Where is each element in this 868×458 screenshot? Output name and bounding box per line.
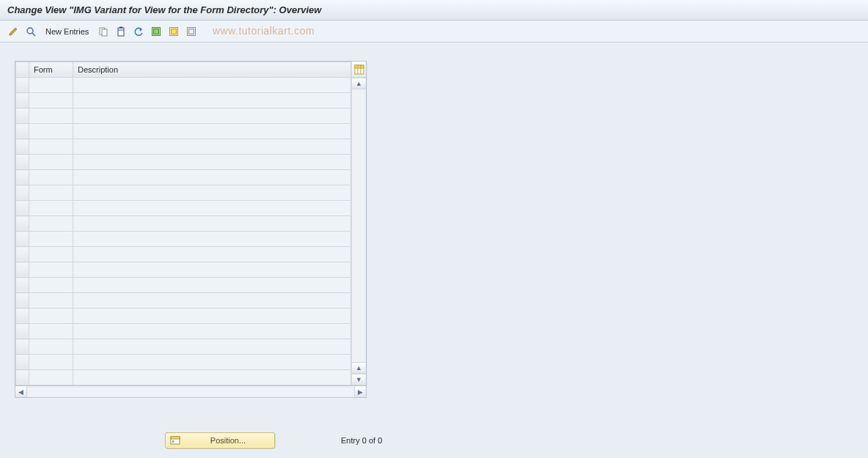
cell-description[interactable]	[73, 93, 351, 108]
table-settings-icon[interactable]	[352, 62, 366, 78]
cell-description[interactable]	[73, 324, 351, 339]
cell-description[interactable]	[73, 293, 351, 309]
svg-rect-14	[355, 65, 364, 68]
cell-form[interactable]	[29, 139, 73, 155]
svg-rect-19	[172, 440, 174, 443]
row-selector[interactable]	[16, 293, 29, 309]
cell-form[interactable]	[29, 216, 73, 232]
cell-description[interactable]	[73, 216, 351, 232]
table-row	[16, 216, 351, 232]
svg-line-1	[32, 33, 35, 36]
row-selector[interactable]	[16, 78, 29, 93]
cell-description[interactable]	[73, 232, 351, 247]
scroll-left-icon[interactable]: ◀	[15, 386, 27, 397]
row-selector[interactable]	[16, 278, 29, 293]
cell-description[interactable]	[73, 78, 351, 93]
cell-description[interactable]	[73, 139, 351, 155]
cell-form[interactable]	[29, 370, 73, 385]
delete-icon[interactable]	[114, 24, 128, 39]
svg-point-0	[27, 28, 33, 34]
svg-rect-10	[172, 29, 177, 34]
watermark: www.tutorialkart.com	[213, 25, 315, 37]
horizontal-scrollbar[interactable]: ◀ ▶	[15, 386, 367, 398]
table-row	[16, 309, 351, 324]
scroll-down2-icon[interactable]: ▼	[352, 374, 366, 385]
table-row	[16, 155, 351, 170]
row-selector[interactable]	[16, 262, 29, 278]
vertical-scrollbar[interactable]: ▲ ▲ ▼	[352, 78, 366, 385]
deselect-all-icon[interactable]	[184, 24, 199, 39]
cell-form[interactable]	[29, 232, 73, 247]
cell-description[interactable]	[73, 309, 351, 324]
select-block-icon[interactable]	[166, 24, 181, 39]
undo-icon[interactable]	[131, 24, 146, 39]
scroll-up-icon[interactable]: ▲	[352, 78, 366, 89]
cell-form[interactable]	[29, 324, 73, 339]
row-selector[interactable]	[16, 185, 29, 201]
cell-form[interactable]	[29, 355, 73, 370]
svg-rect-8	[154, 29, 159, 34]
row-selector[interactable]	[16, 170, 29, 185]
cell-form[interactable]	[29, 247, 73, 262]
svg-rect-18	[171, 437, 180, 439]
row-selector[interactable]	[16, 155, 29, 170]
row-selector[interactable]	[16, 247, 29, 262]
row-selector[interactable]	[16, 324, 29, 339]
cell-description[interactable]	[73, 108, 351, 124]
cell-form[interactable]	[29, 278, 73, 293]
table-area: Form Description ▲ ▲ ▼	[15, 61, 367, 386]
cell-form[interactable]	[29, 339, 73, 355]
cell-description[interactable]	[73, 278, 351, 293]
new-entries-button[interactable]: New Entries	[41, 24, 93, 39]
cell-description[interactable]	[73, 370, 351, 385]
position-button[interactable]: Position...	[165, 432, 275, 448]
scroll-track[interactable]	[352, 89, 366, 362]
row-selector[interactable]	[16, 201, 29, 216]
row-selector[interactable]	[16, 93, 29, 108]
cell-form[interactable]	[29, 309, 73, 324]
cell-form[interactable]	[29, 170, 73, 185]
cell-form[interactable]	[29, 262, 73, 278]
row-selector[interactable]	[16, 309, 29, 324]
cell-description[interactable]	[73, 155, 351, 170]
cell-description[interactable]	[73, 339, 351, 355]
row-selector-header[interactable]	[16, 62, 29, 78]
cell-description[interactable]	[73, 201, 351, 216]
cell-description[interactable]	[73, 262, 351, 278]
cell-description[interactable]	[73, 185, 351, 201]
table-row	[16, 339, 351, 355]
details-icon[interactable]	[23, 24, 38, 39]
table-row	[16, 355, 351, 370]
copy-icon[interactable]	[96, 24, 111, 39]
row-selector[interactable]	[16, 370, 29, 385]
cell-description[interactable]	[73, 170, 351, 185]
select-all-icon[interactable]	[149, 24, 163, 39]
cell-description[interactable]	[73, 124, 351, 139]
column-header-form[interactable]: Form	[29, 62, 73, 78]
row-selector[interactable]	[16, 339, 29, 355]
cell-description[interactable]	[73, 355, 351, 370]
column-header-description[interactable]: Description	[73, 62, 351, 78]
cell-form[interactable]	[29, 201, 73, 216]
cell-form[interactable]	[29, 124, 73, 139]
position-icon	[170, 435, 180, 446]
row-selector[interactable]	[16, 216, 29, 232]
cell-form[interactable]	[29, 93, 73, 108]
row-selector[interactable]	[16, 108, 29, 124]
cell-form[interactable]	[29, 155, 73, 170]
row-selector[interactable]	[16, 355, 29, 370]
toggle-change-icon[interactable]	[6, 24, 21, 39]
cell-form[interactable]	[29, 185, 73, 201]
cell-form[interactable]	[29, 78, 73, 93]
scroll-right-icon[interactable]: ▶	[354, 386, 366, 397]
position-label: Position...	[186, 436, 270, 445]
cell-form[interactable]	[29, 108, 73, 124]
table-row	[16, 324, 351, 339]
hscroll-track[interactable]	[27, 386, 354, 397]
cell-form[interactable]	[29, 293, 73, 309]
row-selector[interactable]	[16, 124, 29, 139]
scroll-down-icon[interactable]: ▲	[352, 362, 366, 374]
row-selector[interactable]	[16, 139, 29, 155]
cell-description[interactable]	[73, 247, 351, 262]
row-selector[interactable]	[16, 232, 29, 247]
